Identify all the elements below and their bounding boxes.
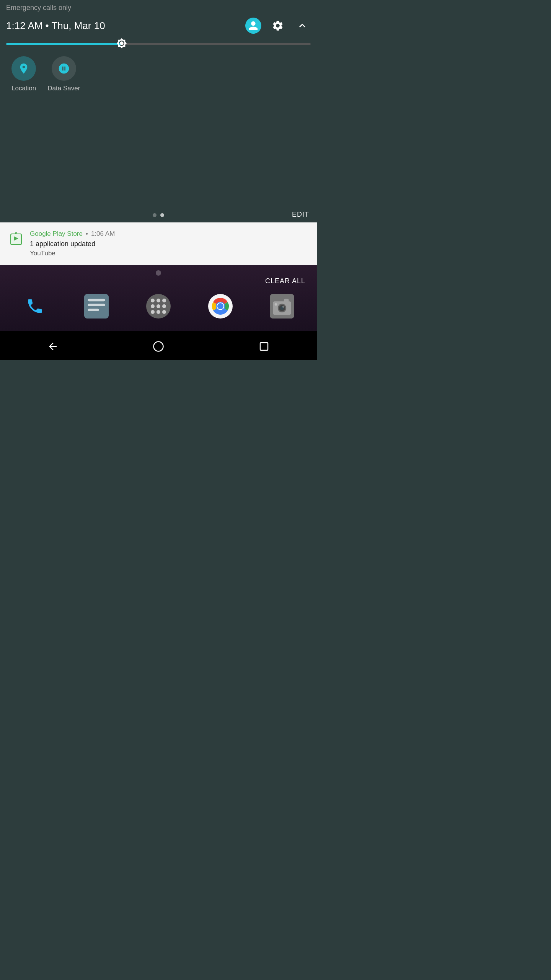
dock [4, 289, 313, 327]
data-saver-tile-icon-bg [52, 56, 76, 81]
qs-body: EDIT [0, 100, 317, 222]
location-tile-icon-bg [11, 56, 36, 81]
dot-7 [151, 310, 155, 314]
gear-icon [272, 20, 284, 32]
tile-location[interactable]: Location [11, 56, 36, 92]
quick-tiles: Location Data Saver [0, 49, 317, 100]
time-date: 1:12 AM • Thu, Mar 10 [6, 20, 105, 32]
dot-6 [162, 304, 166, 308]
avatar [245, 18, 261, 34]
collapse-button[interactable] [294, 17, 311, 34]
scroll-indicator [156, 270, 161, 276]
page-indicators [153, 213, 164, 217]
dock-phone[interactable] [21, 293, 48, 320]
notif-detail: YouTube [30, 250, 115, 257]
settings-button[interactable] [269, 17, 286, 34]
dock-app-drawer[interactable] [145, 293, 172, 320]
app-drawer-dots [151, 299, 166, 314]
messaging-icon [84, 294, 109, 318]
brightness-thumb[interactable] [116, 38, 127, 49]
person-icon [248, 20, 259, 31]
brightness-fill [6, 43, 122, 45]
notif-time: 1:06 AM [91, 230, 115, 238]
data-saver-tile-label: Data Saver [47, 85, 80, 92]
svg-rect-16 [284, 299, 289, 302]
camera-icon [270, 294, 294, 318]
camera-svg [270, 294, 294, 318]
brightness-sun-icon [116, 38, 127, 49]
chevron-up-icon [296, 20, 308, 32]
notif-app-row: Google Play Store • 1:06 AM [30, 230, 115, 238]
notif-title: 1 application updated [30, 240, 115, 248]
location-tile-label: Location [11, 85, 36, 92]
chrome-icon [208, 294, 233, 318]
notification-panel[interactable]: Google Play Store • 1:06 AM 1 applicatio… [0, 222, 317, 265]
dot-1 [151, 299, 155, 302]
phone-icon [23, 294, 47, 318]
page-dot-2 [160, 213, 164, 217]
avatar-button[interactable] [245, 17, 262, 34]
back-button[interactable] [41, 338, 64, 355]
emergency-text: Emergency calls only [6, 4, 71, 12]
dock-camera[interactable] [269, 293, 295, 320]
app-drawer-icon [146, 294, 171, 318]
svg-point-18 [282, 306, 284, 308]
dot-8 [156, 310, 160, 314]
qs-header: 1:12 AM • Thu, Mar 10 [0, 13, 317, 38]
nav-bar [0, 331, 317, 360]
location-icon [18, 62, 30, 75]
dot-9 [162, 310, 166, 314]
svg-point-19 [154, 342, 163, 351]
brightness-track[interactable] [6, 43, 311, 45]
status-bar: Emergency calls only [0, 0, 317, 13]
recent-button[interactable] [253, 338, 276, 355]
notif-separator: • [86, 230, 88, 238]
dock-messaging[interactable] [83, 293, 110, 320]
svg-point-2 [23, 294, 47, 318]
home-button[interactable] [147, 338, 170, 355]
svg-rect-6 [88, 309, 99, 311]
qs-icons [245, 17, 311, 34]
dot-4 [151, 304, 155, 308]
home-icon [153, 341, 164, 352]
play-store-icon [8, 230, 24, 247]
edit-button[interactable]: EDIT [292, 211, 309, 219]
clear-all-row: CLEAR ALL [4, 277, 313, 285]
back-icon [47, 341, 59, 352]
svg-point-10 [217, 303, 223, 309]
recent-icon [258, 341, 270, 352]
dot-5 [156, 304, 160, 308]
svg-point-17 [275, 303, 277, 305]
notif-header: Google Play Store • 1:06 AM 1 applicatio… [8, 230, 309, 257]
dot-2 [156, 299, 160, 302]
clear-all-button[interactable]: CLEAR ALL [265, 277, 305, 285]
notif-app-name: Google Play Store [30, 230, 83, 238]
message-svg [84, 294, 109, 318]
bottom-area: CLEAR ALL [0, 265, 317, 331]
svg-rect-5 [88, 304, 105, 306]
svg-rect-4 [88, 299, 105, 301]
dot-3 [162, 299, 166, 302]
dock-chrome[interactable] [207, 293, 234, 320]
svg-rect-20 [260, 343, 268, 350]
tile-data-saver[interactable]: Data Saver [47, 56, 80, 92]
notif-content: Google Play Store • 1:06 AM 1 applicatio… [30, 230, 115, 257]
page-dot-1 [153, 213, 156, 217]
data-saver-icon [58, 62, 70, 75]
brightness-slider-container [0, 38, 317, 49]
